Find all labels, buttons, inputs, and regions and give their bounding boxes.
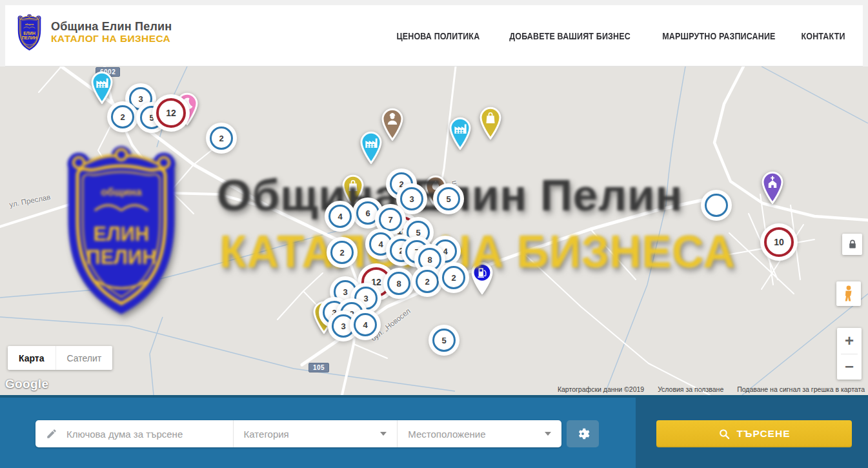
chevron-down-icon xyxy=(380,432,387,436)
zoom-control: + − xyxy=(837,328,862,380)
pegman-icon xyxy=(843,285,854,302)
terms-link[interactable]: Условия за ползване xyxy=(658,385,723,393)
cluster-marker[interactable]: 4 xyxy=(328,205,352,228)
logo-text: Община Елин Пелин КАТАЛОГ НА БИЗНЕСА xyxy=(51,20,172,45)
map-type-map-button[interactable]: Карта xyxy=(8,346,56,370)
cluster-marker[interactable]: 2 xyxy=(330,241,354,264)
gear-icon xyxy=(576,427,590,441)
pencil-icon xyxy=(46,428,57,440)
header: община ЕЛИН ПЕЛИН Община Елин Пелин КАТА… xyxy=(0,0,868,66)
crest-top-text: община xyxy=(25,23,34,26)
google-logo[interactable]: Google xyxy=(5,377,48,391)
zoom-in-button[interactable]: + xyxy=(837,328,862,354)
cluster-marker[interactable]: 2 xyxy=(210,127,233,150)
logo-title: Община Елин Пелин xyxy=(51,20,172,34)
cluster-marker[interactable]: 2 xyxy=(416,270,439,293)
site-logo[interactable]: община ЕЛИН ПЕЛИН Община Елин Пелин КАТА… xyxy=(14,13,172,52)
map-attribution: Картографски данни ©2019 Условия за полз… xyxy=(546,385,865,393)
cluster-marker[interactable]: 3 xyxy=(400,187,423,210)
lock-icon xyxy=(848,239,857,249)
cluster-marker[interactable]: 4 xyxy=(369,232,392,256)
category-select[interactable]: Категория xyxy=(233,420,398,447)
category-select-label: Категория xyxy=(244,429,289,440)
crest-name-line2: ПЕЛИН xyxy=(22,36,37,40)
crest-name-line1: ЕЛИН xyxy=(23,31,35,36)
location-select[interactable]: Местоположение xyxy=(397,420,561,447)
search-button[interactable]: ТЪРСЕНЕ xyxy=(656,420,852,447)
cluster-marker[interactable]: 6 xyxy=(356,201,379,225)
map-type-satellite-button[interactable]: Сателит xyxy=(56,346,113,370)
pegman-button[interactable] xyxy=(836,281,861,306)
map-data-copyright: Картографски данни ©2019 xyxy=(558,385,644,393)
cluster-marker[interactable]: 4 xyxy=(354,313,377,336)
search-button-label: ТЪРСЕНЕ xyxy=(737,428,791,440)
map-type-control: Карта Сателит xyxy=(8,346,112,370)
page: община ЕЛИН ПЕЛИН Община Елин Пелин КАТА… xyxy=(0,0,868,468)
cluster-marker[interactable]: 5 xyxy=(432,329,456,352)
zoom-out-button[interactable]: − xyxy=(837,354,862,380)
cluster-marker[interactable]: 10 xyxy=(764,227,794,257)
search-bar: Категория Местоположение ТЪРСЕНЕ xyxy=(0,395,868,468)
advanced-options-button[interactable] xyxy=(567,420,599,447)
search-fields: Категория Местоположение xyxy=(35,420,561,447)
chevron-down-icon xyxy=(545,432,551,436)
logo-subtitle: КАТАЛОГ НА БИЗНЕСА xyxy=(51,33,172,45)
municipality-crest-icon: община ЕЛИН ПЕЛИН xyxy=(14,13,45,52)
location-select-label: Местоположение xyxy=(408,429,485,440)
nav-item-4[interactable]: КОНТАКТИ xyxy=(798,31,848,41)
cluster-marker[interactable]: 2 xyxy=(111,105,134,128)
nav-item-1[interactable]: ЦЕНОВА ПОЛИТИКА xyxy=(393,31,483,41)
nav-item-3[interactable]: МАРШРУТНО РАЗПИСАНИЕ xyxy=(659,31,779,41)
keyword-field xyxy=(35,420,233,447)
map-canvas[interactable]: 6002105ул. Преславбул. „Новоселци 13 общ… xyxy=(0,66,868,395)
keyword-search-input[interactable] xyxy=(65,428,233,440)
cluster-marker[interactable]: 3 xyxy=(332,314,355,338)
cluster-marker[interactable]: 8 xyxy=(387,272,410,295)
cluster-marker[interactable]: 12 xyxy=(156,98,186,128)
search-icon xyxy=(718,428,731,440)
cluster-marker[interactable]: 5 xyxy=(437,187,460,210)
cluster-marker[interactable]: 3 xyxy=(334,280,357,303)
nav-item-2[interactable]: ДОБАВЕТЕ ВАШИЯТ БИЗНЕС xyxy=(506,31,634,41)
header-inner: община ЕЛИН ПЕЛИН Община Елин Пелин КАТА… xyxy=(5,5,863,66)
scroll-lock-button[interactable] xyxy=(842,234,862,255)
cluster-marker[interactable]: 8 xyxy=(418,248,441,271)
cluster-marker[interactable]: 7 xyxy=(379,208,402,231)
clusters-layer: 325122235647542274812822333834510 xyxy=(0,66,868,395)
main-nav: ЦЕНОВА ПОЛИТИКАДОБАВЕТЕ ВАШИЯТ БИЗНЕСМАР… xyxy=(386,5,853,66)
report-error-link[interactable]: Подаване на сигнал за грешка в картата xyxy=(737,385,865,393)
cluster-marker[interactable]: 2 xyxy=(442,266,465,289)
